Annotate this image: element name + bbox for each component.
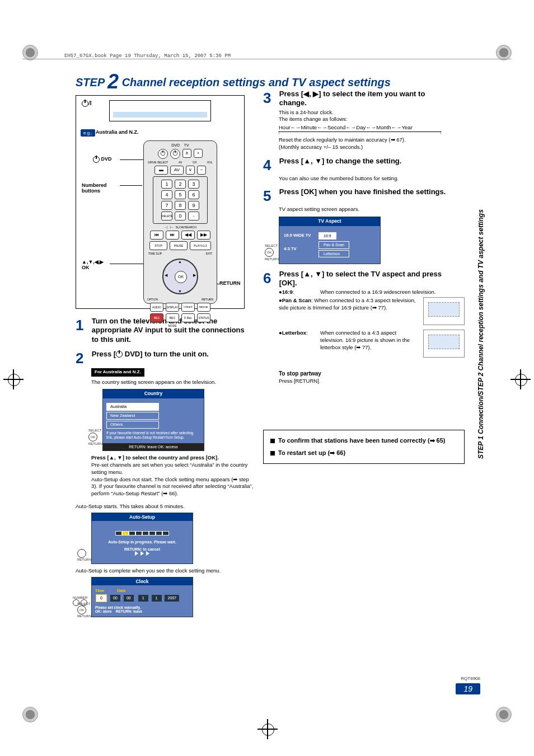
remote-top-row: DVD TV xyxy=(144,143,217,147)
remote-play: PLAY/x1.3 xyxy=(190,241,211,250)
country-menu: Country Australia New Zealand Others If … xyxy=(102,389,204,451)
page-number: 19 xyxy=(456,683,480,694)
step-2-head-a: Press [ xyxy=(92,350,116,358)
label-dvd-text: DVD xyxy=(101,156,112,162)
side-vertical-label: STEP 1 Connection/STEP 2 Channel recepti… xyxy=(477,145,485,459)
step-3-head: Press [◀, ▶] to select the item you want… xyxy=(279,90,453,108)
step-4-head: Press [▲, ▼] to change the setting. xyxy=(279,157,402,165)
remote-ch-up: ∧ xyxy=(182,149,191,158)
step-2-line1: The country setting screen appears on th… xyxy=(91,379,255,386)
remote-drive: ▬ xyxy=(154,166,168,175)
tvaspect-opt2: Pan & Scan xyxy=(318,241,349,248)
step-1-num: 1 xyxy=(76,317,91,334)
print-cross-left xyxy=(3,369,24,389)
left-column: /I e.g., Australia and N.Z. DVD Numbered… xyxy=(76,95,255,623)
letterbox-thumb xyxy=(423,330,465,358)
remote-vol-dn: − xyxy=(197,166,206,175)
preset-note: Pre-set channels are set when you select… xyxy=(91,462,255,476)
tvaspect-title: TV Aspect xyxy=(279,217,380,226)
power-icon xyxy=(93,156,100,163)
clock-y: 2007 xyxy=(165,595,179,602)
lead-numbered xyxy=(120,185,142,186)
print-cross-right xyxy=(510,369,531,389)
remote-rew: ◀◀ xyxy=(181,231,195,240)
remote-timeslip: TIME SLIP xyxy=(148,252,162,255)
step-3-l4: (Monthly accuracy +/– 15 seconds.) xyxy=(279,144,465,151)
country-opt-nz: New Zealand xyxy=(106,412,159,420)
autosetup-return-icon: RETURN xyxy=(77,549,91,561)
tvaspect-row1: 16:9 WIDE TV xyxy=(284,233,313,238)
print-mark-br xyxy=(496,707,512,722)
note-1: To confirm that stations have been tuned… xyxy=(278,437,446,444)
remote-option: OPTION xyxy=(147,298,158,301)
key-4: 4 xyxy=(161,190,172,199)
print-mark-tl xyxy=(22,45,38,60)
remote-skip-l: ←| xyxy=(164,226,167,229)
print-mark-tr xyxy=(496,45,512,60)
key-7: 7 xyxy=(161,201,172,210)
step-3-num: 3 xyxy=(263,90,279,107)
remote-vol-up: + xyxy=(194,149,203,158)
country-opt-australia: Australia xyxy=(106,403,159,411)
label-numbered: Numbered buttons xyxy=(82,182,121,194)
clock-m: 00 xyxy=(110,595,120,602)
key-2: 2 xyxy=(175,180,186,189)
remote-stop: STOP xyxy=(149,241,167,250)
remote-power-dvd xyxy=(158,149,168,159)
remote-ff: ▶▶ xyxy=(197,231,210,240)
doc-code: RQT8906 xyxy=(456,676,480,681)
step-6: 6 Press [▲, ▼] to select the TV aspect a… xyxy=(263,270,465,385)
aspect-letter-key: Letterbox xyxy=(282,330,306,336)
step-3: 3 Press [◀, ▶] to select the item you wa… xyxy=(263,90,465,151)
panscan-thumb xyxy=(423,297,465,325)
tvaspect-menu: TV Aspect 16:9 WIDE TV 16:9 4:3 TV Pan &… xyxy=(279,217,381,264)
remote-numpad: 123 456 789 DELETE0○ xyxy=(153,176,208,224)
label-dvd: DVD xyxy=(93,156,112,163)
clock-time-lbl: Time xyxy=(95,589,104,593)
stop-partway-head: To stop partway xyxy=(279,370,465,378)
label-arrows-ok: ▲,▼,◀,▶ OK xyxy=(82,259,104,270)
step-2-head-b: DVD] to turn the unit on. xyxy=(123,350,209,358)
remote-status: STATUS xyxy=(197,313,210,322)
remote-audio: AUDIO xyxy=(150,303,163,312)
step-3-l1: This is a 24-hour clock. xyxy=(279,109,465,116)
power-i-icon: /I xyxy=(82,100,92,107)
step-5-l1: TV aspect setting screen appears. xyxy=(279,206,465,213)
key-delete: DELETE xyxy=(161,212,172,220)
country-opt-others: Others xyxy=(106,421,159,429)
remote-dvd-label: DVD xyxy=(171,143,180,147)
aspect-169-key: 16:9 xyxy=(282,289,293,295)
note-2: To restart set up (➡ 66) xyxy=(278,449,345,456)
autosetup-triangles xyxy=(95,551,189,557)
tvaspect-row2: 4:3 TV xyxy=(284,246,313,252)
aspect-pan-key: Pan & Scan xyxy=(282,297,311,303)
remote-pause: PAUSE xyxy=(170,241,188,250)
autosetup-note: Auto-Setup does not start. The clock set… xyxy=(91,476,255,497)
step-2: 2 Press [ DVD] to turn the unit on. For … xyxy=(76,350,255,617)
autosetup-msg1: Auto-Setup in progress. Please wait. xyxy=(95,540,189,544)
clock-screen: Clock Time Date 0: 00: 00 1. 1. 2007 Ple… xyxy=(91,577,193,617)
key-6: 6 xyxy=(188,190,199,199)
country-foot: RETURN: leave OK: access xyxy=(103,443,204,450)
remote-ch-dn: ∨ xyxy=(186,166,195,175)
tv-diagram: /I xyxy=(82,100,238,127)
remote-power-tv xyxy=(170,149,180,159)
remote-av-btn: AV xyxy=(170,166,184,175)
key-9: 9 xyxy=(188,201,199,210)
remote-manskip: MANUAL SKIP xyxy=(197,303,210,312)
remote-return: RETURN xyxy=(202,298,213,301)
notes-box: To confirm that stations have been tuned… xyxy=(263,430,465,464)
remote-display: DISPLAY xyxy=(166,303,179,312)
remote-ch: CH xyxy=(193,161,196,164)
pill-region: For Australia and N.Z. xyxy=(91,368,144,377)
key-5: 5 xyxy=(175,190,186,199)
right-column: 3 Press [◀, ▶] to select the item you wa… xyxy=(263,90,465,464)
country-miniselect: SELECT OK RETURN xyxy=(88,428,102,446)
remote-recmode: REC MODE xyxy=(166,313,179,322)
remote-exit: EXIT xyxy=(206,252,212,255)
tvaspect-select: SELECT OK RETURN xyxy=(265,243,279,261)
remote-slow: SLOW/SEARCH xyxy=(176,226,196,229)
print-cross-bottom xyxy=(257,719,278,739)
clock-select-icon: SELECT OK RETURN xyxy=(77,602,91,618)
autosetup-complete: Auto-Setup is complete when you see the … xyxy=(76,567,255,574)
